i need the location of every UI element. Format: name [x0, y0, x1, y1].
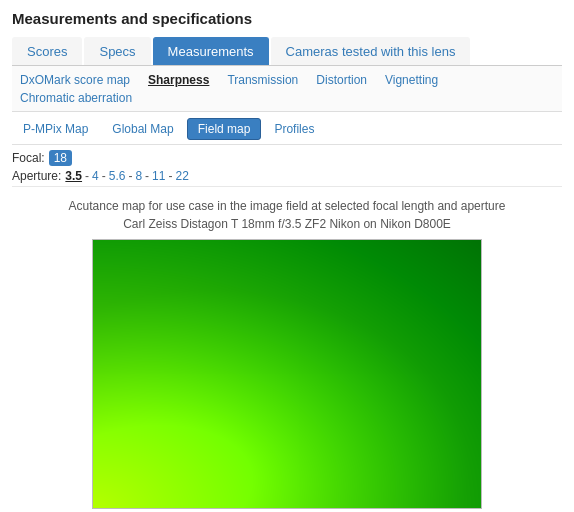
tab-measurements[interactable]: Measurements — [153, 37, 269, 65]
aperture-3.5[interactable]: 3.5 — [65, 169, 82, 183]
map-tab-global[interactable]: Global Map — [101, 118, 184, 140]
aperture-links: 3.5 - 4 - 5.6 - 8 - 11 - 22 — [65, 169, 188, 183]
field-map-canvas — [93, 240, 481, 508]
aperture-label: Aperture: — [12, 169, 61, 183]
tab-cameras[interactable]: Cameras tested with this lens — [271, 37, 471, 65]
chart-desc-line1: Acutance map for use case in the image f… — [12, 197, 562, 215]
chart-desc-line2: Carl Zeiss Distagon T 18mm f/3.5 ZF2 Nik… — [12, 215, 562, 233]
sep-4: - — [145, 169, 149, 183]
field-map — [92, 239, 482, 509]
params-row: Focal: 18 Aperture: 3.5 - 4 - 5.6 - 8 - … — [12, 145, 562, 187]
aperture-22[interactable]: 22 — [175, 169, 188, 183]
subnav-chromatic[interactable]: Chromatic aberration — [12, 89, 140, 107]
map-tab-pmpix[interactable]: P-MPix Map — [12, 118, 99, 140]
aperture-5.6[interactable]: 5.6 — [109, 169, 126, 183]
focal-line: Focal: 18 — [12, 150, 562, 166]
map-tab-field[interactable]: Field map — [187, 118, 262, 140]
subnav-sharpness[interactable]: Sharpness — [140, 71, 217, 89]
sep-5: - — [168, 169, 172, 183]
aperture-line: Aperture: 3.5 - 4 - 5.6 - 8 - 11 - 22 — [12, 169, 562, 183]
aperture-8[interactable]: 8 — [135, 169, 142, 183]
sub-navigation: DxOMark score map Sharpness Transmission… — [12, 66, 562, 112]
focal-value: 18 — [49, 150, 72, 166]
map-tab-profiles[interactable]: Profiles — [263, 118, 325, 140]
page-title: Measurements and specifications — [12, 10, 562, 27]
map-tabs: P-MPix Map Global Map Field map Profiles — [12, 112, 562, 145]
aperture-11[interactable]: 11 — [152, 169, 165, 183]
top-tabs: Scores Specs Measurements Cameras tested… — [12, 37, 562, 66]
tab-specs[interactable]: Specs — [84, 37, 150, 65]
sep-2: - — [102, 169, 106, 183]
subnav-distortion[interactable]: Distortion — [308, 71, 375, 89]
sep-1: - — [85, 169, 89, 183]
subnav-vignetting[interactable]: Vignetting — [377, 71, 446, 89]
subnav-dxomark[interactable]: DxOMark score map — [12, 71, 138, 89]
tab-scores[interactable]: Scores — [12, 37, 82, 65]
aperture-4[interactable]: 4 — [92, 169, 99, 183]
subnav-transmission[interactable]: Transmission — [219, 71, 306, 89]
sep-3: - — [128, 169, 132, 183]
chart-description: Acutance map for use case in the image f… — [12, 197, 562, 233]
focal-label: Focal: — [12, 151, 45, 165]
